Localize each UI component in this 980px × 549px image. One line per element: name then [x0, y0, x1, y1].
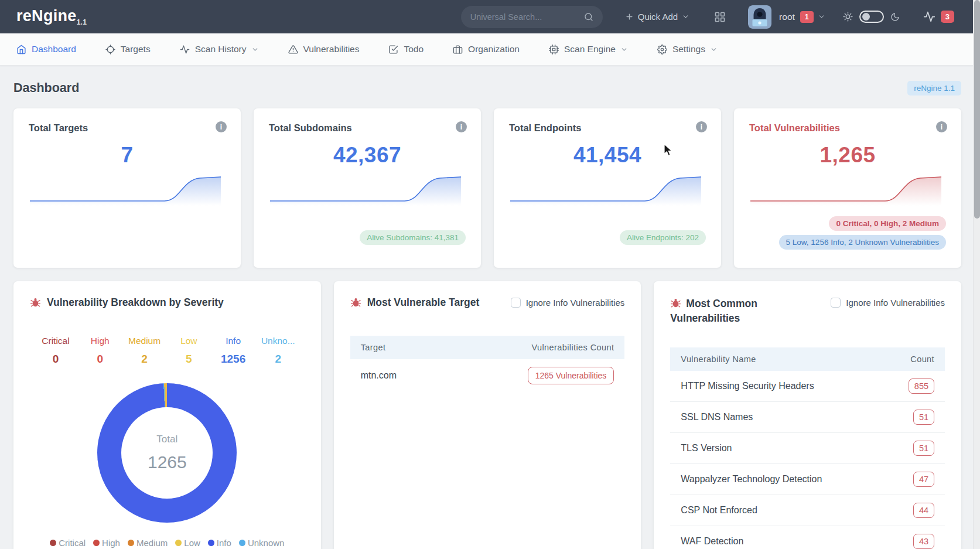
legend-item[interactable]: Low [175, 538, 200, 548]
vulnerability-name: Wappalyzer Technology Detection [681, 474, 822, 485]
app-version: 1.1 [77, 18, 87, 26]
severity-summary-badge: 0 Critical, 0 High, 2 Medium [829, 216, 946, 231]
count-badge[interactable]: 47 [913, 472, 934, 487]
theme-toggle-knob [862, 13, 870, 21]
legend-dot [175, 540, 182, 546]
nav-label: Organization [468, 44, 520, 54]
legend-item[interactable]: High [93, 538, 120, 548]
chevron-down-icon [682, 13, 689, 21]
count-badge[interactable]: 43 [913, 534, 934, 549]
scrollbar-thumb[interactable] [974, 0, 980, 219]
severity-value: 2 [261, 353, 295, 366]
legend-item[interactable]: Info [208, 538, 231, 548]
nav-item-dashboard[interactable]: Dashboard [16, 44, 76, 54]
table-row: HTTP Missing Security Headers 855 [670, 371, 945, 402]
chevron-down-icon [251, 46, 259, 53]
cpu-icon [549, 45, 559, 54]
count-badge[interactable]: 855 [909, 378, 934, 394]
severity-value: 2 [128, 353, 161, 366]
legend-dot [93, 540, 100, 546]
nav-label: Settings [672, 44, 705, 54]
info-icon[interactable]: i [936, 121, 947, 132]
top-navbar: reNgine1.1 Quick Add root 1 [0, 0, 980, 33]
severity-value: 0 [84, 353, 117, 366]
column-vulnerability-name: Vulnerability Name [681, 354, 756, 364]
nav-item-settings[interactable]: Settings [657, 44, 718, 54]
legend-dot [128, 540, 134, 546]
search-input[interactable] [470, 12, 584, 22]
stats-row: Total Targets i 7 Total Subdomains i 42,… [13, 108, 961, 268]
count-badge[interactable]: 51 [913, 441, 934, 456]
nav-item-scan-engine[interactable]: Scan Engine [549, 44, 628, 54]
legend-item[interactable]: Critical [50, 538, 86, 548]
nav-item-organization[interactable]: Organization [453, 44, 520, 54]
vulnerability-name: WAF Detection [681, 536, 743, 547]
table-row: CSP Not Enforced 44 [670, 495, 945, 526]
nav-item-targets[interactable]: Targets [105, 44, 151, 54]
vulnerabilities-count-button[interactable]: 1265 Vulnerabilities [528, 367, 614, 384]
nav-label: Scan Engine [564, 44, 616, 54]
legend-label: High [102, 538, 120, 548]
alert-triangle-icon [288, 45, 298, 54]
check-square-icon [388, 45, 398, 54]
severity-label: Unkno... [261, 336, 295, 346]
target-name[interactable]: mtn.com [361, 370, 397, 381]
card-title: Most Vulnerable Target [367, 296, 480, 309]
ignore-info-checkbox[interactable] [511, 298, 521, 308]
info-icon[interactable]: i [456, 121, 467, 132]
legend-label: Low [184, 538, 200, 548]
bug-icon [670, 298, 681, 309]
table-row: SSL DNS Names 51 [670, 402, 945, 433]
main-nav: Dashboard Targets Scan History Vulnerabi… [0, 33, 980, 66]
avatar[interactable] [748, 5, 771, 29]
count-badge[interactable]: 51 [913, 410, 934, 425]
column-count: Count [910, 354, 934, 364]
activity-feed-icon[interactable] [923, 11, 935, 23]
severity-value: 0 [39, 353, 72, 366]
ignore-info-checkbox[interactable] [831, 298, 841, 308]
legend-label: Critical [59, 538, 86, 548]
user-notification-badge: 1 [800, 11, 814, 23]
vulnerability-name: TLS Version [681, 443, 732, 453]
stat-card-total-endpoints: Total Endpoints i 41,454 Alive Endpoints… [494, 108, 721, 268]
card-title: Most Common Vulnerabilities [670, 298, 757, 324]
count-badge[interactable]: 44 [913, 503, 934, 518]
plus-icon [625, 12, 634, 21]
theme-toggle[interactable] [859, 11, 884, 23]
nav-item-scan-history[interactable]: Scan History [180, 44, 259, 54]
bug-icon [30, 297, 41, 308]
stat-value: 1,265 [749, 143, 946, 168]
stat-value: 41,454 [509, 143, 706, 168]
chevron-down-icon[interactable] [818, 13, 825, 21]
quick-add-button[interactable]: Quick Add [625, 12, 689, 22]
vertical-scrollbar[interactable] [973, 0, 980, 549]
apps-grid-button[interactable] [714, 11, 726, 23]
stat-title: Total Vulnerabilities [749, 122, 946, 134]
info-icon[interactable]: i [696, 121, 707, 132]
donut-center-label: Total [156, 434, 177, 445]
legend-item[interactable]: Medium [128, 538, 168, 548]
legend-item[interactable]: Unknown [239, 538, 285, 548]
nav-item-todo[interactable]: Todo [388, 44, 424, 54]
universal-search[interactable] [461, 6, 603, 28]
severity-label: Info [217, 336, 250, 346]
stat-card-total-targets: Total Targets i 7 [13, 108, 241, 268]
vulnerability-name: SSL DNS Names [681, 412, 753, 422]
user-name[interactable]: root [779, 12, 795, 22]
table-header: Vulnerability Name Count [670, 347, 945, 371]
table-row: WAF Detection 43 [670, 526, 945, 549]
nav-label: Scan History [195, 44, 247, 54]
nav-item-vulnerabilities[interactable]: Vulnerabilities [288, 44, 360, 54]
stat-card-total-subdomains: Total Subdomains i 42,367 Alive Subdomai… [254, 108, 481, 268]
briefcase-icon [453, 45, 463, 54]
crosshair-icon [105, 45, 115, 54]
severity-value: 1256 [217, 353, 250, 366]
severity-donut-chart[interactable]: Total 1265 [97, 383, 237, 523]
sparkline-chart [269, 173, 462, 206]
home-icon [16, 45, 26, 54]
info-icon[interactable]: i [216, 121, 227, 132]
stat-title: Total Endpoints [509, 122, 706, 134]
vulnerability-name: HTTP Missing Security Headers [681, 381, 814, 391]
vulnerability-name: CSP Not Enforced [681, 505, 757, 516]
chevron-down-icon [710, 46, 718, 53]
